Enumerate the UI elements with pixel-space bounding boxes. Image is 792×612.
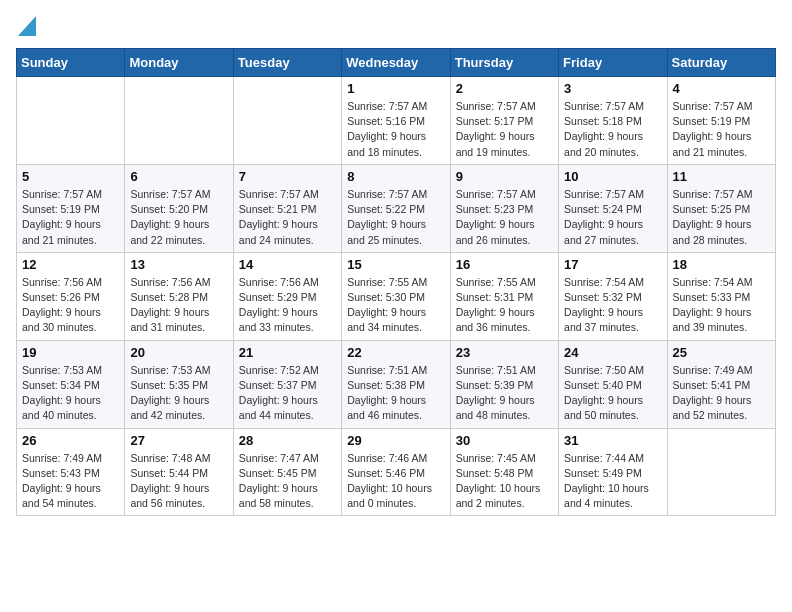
calendar-cell: 26Sunrise: 7:49 AMSunset: 5:43 PMDayligh… xyxy=(17,428,125,516)
day-number: 10 xyxy=(564,169,661,184)
day-number: 8 xyxy=(347,169,444,184)
day-info: Sunrise: 7:57 AMSunset: 5:20 PMDaylight:… xyxy=(130,187,227,248)
calendar-cell: 9Sunrise: 7:57 AMSunset: 5:23 PMDaylight… xyxy=(450,164,558,252)
day-info: Sunrise: 7:53 AMSunset: 5:35 PMDaylight:… xyxy=(130,363,227,424)
day-info: Sunrise: 7:44 AMSunset: 5:49 PMDaylight:… xyxy=(564,451,661,512)
day-info: Sunrise: 7:57 AMSunset: 5:18 PMDaylight:… xyxy=(564,99,661,160)
calendar-cell: 20Sunrise: 7:53 AMSunset: 5:35 PMDayligh… xyxy=(125,340,233,428)
calendar-header: SundayMondayTuesdayWednesdayThursdayFrid… xyxy=(17,49,776,77)
calendar-cell: 6Sunrise: 7:57 AMSunset: 5:20 PMDaylight… xyxy=(125,164,233,252)
day-number: 16 xyxy=(456,257,553,272)
day-number: 11 xyxy=(673,169,770,184)
day-info: Sunrise: 7:50 AMSunset: 5:40 PMDaylight:… xyxy=(564,363,661,424)
day-info: Sunrise: 7:48 AMSunset: 5:44 PMDaylight:… xyxy=(130,451,227,512)
calendar-cell: 22Sunrise: 7:51 AMSunset: 5:38 PMDayligh… xyxy=(342,340,450,428)
column-header-saturday: Saturday xyxy=(667,49,775,77)
day-info: Sunrise: 7:56 AMSunset: 5:26 PMDaylight:… xyxy=(22,275,119,336)
calendar-week-5: 26Sunrise: 7:49 AMSunset: 5:43 PMDayligh… xyxy=(17,428,776,516)
day-number: 28 xyxy=(239,433,336,448)
calendar-cell: 21Sunrise: 7:52 AMSunset: 5:37 PMDayligh… xyxy=(233,340,341,428)
day-info: Sunrise: 7:51 AMSunset: 5:39 PMDaylight:… xyxy=(456,363,553,424)
calendar-cell: 17Sunrise: 7:54 AMSunset: 5:32 PMDayligh… xyxy=(559,252,667,340)
calendar-cell: 29Sunrise: 7:46 AMSunset: 5:46 PMDayligh… xyxy=(342,428,450,516)
calendar-cell: 30Sunrise: 7:45 AMSunset: 5:48 PMDayligh… xyxy=(450,428,558,516)
day-info: Sunrise: 7:54 AMSunset: 5:33 PMDaylight:… xyxy=(673,275,770,336)
logo xyxy=(16,16,36,38)
day-info: Sunrise: 7:56 AMSunset: 5:28 PMDaylight:… xyxy=(130,275,227,336)
calendar-cell: 3Sunrise: 7:57 AMSunset: 5:18 PMDaylight… xyxy=(559,77,667,165)
calendar-cell: 8Sunrise: 7:57 AMSunset: 5:22 PMDaylight… xyxy=(342,164,450,252)
day-info: Sunrise: 7:54 AMSunset: 5:32 PMDaylight:… xyxy=(564,275,661,336)
day-info: Sunrise: 7:53 AMSunset: 5:34 PMDaylight:… xyxy=(22,363,119,424)
calendar-cell: 11Sunrise: 7:57 AMSunset: 5:25 PMDayligh… xyxy=(667,164,775,252)
day-number: 24 xyxy=(564,345,661,360)
day-number: 2 xyxy=(456,81,553,96)
day-number: 19 xyxy=(22,345,119,360)
calendar-cell xyxy=(17,77,125,165)
day-info: Sunrise: 7:57 AMSunset: 5:21 PMDaylight:… xyxy=(239,187,336,248)
calendar-cell: 25Sunrise: 7:49 AMSunset: 5:41 PMDayligh… xyxy=(667,340,775,428)
calendar-week-3: 12Sunrise: 7:56 AMSunset: 5:26 PMDayligh… xyxy=(17,252,776,340)
day-info: Sunrise: 7:47 AMSunset: 5:45 PMDaylight:… xyxy=(239,451,336,512)
day-number: 17 xyxy=(564,257,661,272)
calendar-cell: 31Sunrise: 7:44 AMSunset: 5:49 PMDayligh… xyxy=(559,428,667,516)
calendar-cell: 16Sunrise: 7:55 AMSunset: 5:31 PMDayligh… xyxy=(450,252,558,340)
calendar-week-2: 5Sunrise: 7:57 AMSunset: 5:19 PMDaylight… xyxy=(17,164,776,252)
day-number: 15 xyxy=(347,257,444,272)
column-header-wednesday: Wednesday xyxy=(342,49,450,77)
day-number: 1 xyxy=(347,81,444,96)
calendar-cell: 24Sunrise: 7:50 AMSunset: 5:40 PMDayligh… xyxy=(559,340,667,428)
calendar-week-4: 19Sunrise: 7:53 AMSunset: 5:34 PMDayligh… xyxy=(17,340,776,428)
calendar-cell xyxy=(125,77,233,165)
svg-marker-0 xyxy=(18,16,36,36)
day-info: Sunrise: 7:45 AMSunset: 5:48 PMDaylight:… xyxy=(456,451,553,512)
day-number: 18 xyxy=(673,257,770,272)
column-header-thursday: Thursday xyxy=(450,49,558,77)
calendar-cell: 19Sunrise: 7:53 AMSunset: 5:34 PMDayligh… xyxy=(17,340,125,428)
day-number: 14 xyxy=(239,257,336,272)
day-number: 27 xyxy=(130,433,227,448)
day-number: 12 xyxy=(22,257,119,272)
day-info: Sunrise: 7:57 AMSunset: 5:24 PMDaylight:… xyxy=(564,187,661,248)
day-info: Sunrise: 7:51 AMSunset: 5:38 PMDaylight:… xyxy=(347,363,444,424)
calendar-cell: 2Sunrise: 7:57 AMSunset: 5:17 PMDaylight… xyxy=(450,77,558,165)
calendar-cell: 12Sunrise: 7:56 AMSunset: 5:26 PMDayligh… xyxy=(17,252,125,340)
day-info: Sunrise: 7:49 AMSunset: 5:43 PMDaylight:… xyxy=(22,451,119,512)
calendar-cell: 18Sunrise: 7:54 AMSunset: 5:33 PMDayligh… xyxy=(667,252,775,340)
logo-icon xyxy=(18,16,36,36)
day-number: 5 xyxy=(22,169,119,184)
day-info: Sunrise: 7:55 AMSunset: 5:31 PMDaylight:… xyxy=(456,275,553,336)
day-info: Sunrise: 7:55 AMSunset: 5:30 PMDaylight:… xyxy=(347,275,444,336)
day-number: 3 xyxy=(564,81,661,96)
calendar-cell: 13Sunrise: 7:56 AMSunset: 5:28 PMDayligh… xyxy=(125,252,233,340)
calendar-cell xyxy=(233,77,341,165)
day-number: 6 xyxy=(130,169,227,184)
day-number: 31 xyxy=(564,433,661,448)
day-info: Sunrise: 7:57 AMSunset: 5:17 PMDaylight:… xyxy=(456,99,553,160)
calendar-cell: 1Sunrise: 7:57 AMSunset: 5:16 PMDaylight… xyxy=(342,77,450,165)
day-number: 30 xyxy=(456,433,553,448)
day-number: 4 xyxy=(673,81,770,96)
calendar-cell: 23Sunrise: 7:51 AMSunset: 5:39 PMDayligh… xyxy=(450,340,558,428)
calendar-cell: 7Sunrise: 7:57 AMSunset: 5:21 PMDaylight… xyxy=(233,164,341,252)
day-number: 25 xyxy=(673,345,770,360)
day-info: Sunrise: 7:57 AMSunset: 5:25 PMDaylight:… xyxy=(673,187,770,248)
day-info: Sunrise: 7:57 AMSunset: 5:16 PMDaylight:… xyxy=(347,99,444,160)
calendar-cell: 10Sunrise: 7:57 AMSunset: 5:24 PMDayligh… xyxy=(559,164,667,252)
day-number: 9 xyxy=(456,169,553,184)
day-info: Sunrise: 7:49 AMSunset: 5:41 PMDaylight:… xyxy=(673,363,770,424)
day-info: Sunrise: 7:56 AMSunset: 5:29 PMDaylight:… xyxy=(239,275,336,336)
calendar-table: SundayMondayTuesdayWednesdayThursdayFrid… xyxy=(16,48,776,516)
day-number: 26 xyxy=(22,433,119,448)
day-info: Sunrise: 7:46 AMSunset: 5:46 PMDaylight:… xyxy=(347,451,444,512)
calendar-cell: 28Sunrise: 7:47 AMSunset: 5:45 PMDayligh… xyxy=(233,428,341,516)
column-header-friday: Friday xyxy=(559,49,667,77)
day-info: Sunrise: 7:57 AMSunset: 5:19 PMDaylight:… xyxy=(22,187,119,248)
calendar-cell: 27Sunrise: 7:48 AMSunset: 5:44 PMDayligh… xyxy=(125,428,233,516)
calendar-cell: 14Sunrise: 7:56 AMSunset: 5:29 PMDayligh… xyxy=(233,252,341,340)
day-number: 20 xyxy=(130,345,227,360)
day-number: 23 xyxy=(456,345,553,360)
day-info: Sunrise: 7:52 AMSunset: 5:37 PMDaylight:… xyxy=(239,363,336,424)
day-info: Sunrise: 7:57 AMSunset: 5:19 PMDaylight:… xyxy=(673,99,770,160)
page-header xyxy=(16,16,776,38)
